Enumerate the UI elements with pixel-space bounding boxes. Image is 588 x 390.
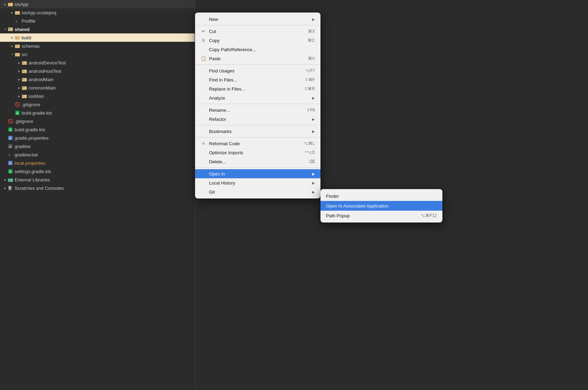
new-icon xyxy=(201,16,206,22)
submenu-label: Path Popup xyxy=(326,213,350,218)
bat-icon: ≡ xyxy=(8,152,13,157)
chevron-right-icon xyxy=(3,2,8,7)
item-label: androidMain xyxy=(29,77,54,82)
submenu-arrow-icon: ▶ xyxy=(312,117,315,121)
tree-item-iosapp[interactable]: iosApp xyxy=(0,0,195,8)
tree-item-gitignore-build[interactable]: .gitignore xyxy=(0,100,195,109)
item-label: .gitignore xyxy=(22,102,40,107)
tree-item-gradlew[interactable]: sh gradlew xyxy=(0,142,195,150)
tree-item-local-properties[interactable]: G local.properties xyxy=(0,159,195,167)
item-label: gradlew xyxy=(15,144,31,149)
menu-item-cut[interactable]: ✂ Cut ⌘X xyxy=(195,27,320,36)
submenu-label: Open In Associated Application xyxy=(326,203,388,209)
submenu-item-finder[interactable]: Finder xyxy=(320,191,442,201)
menu-item-reformat-code[interactable]: ≡ Reformat Code ⌥⌘L xyxy=(195,139,320,148)
menu-label: Open In xyxy=(209,171,225,177)
tree-item-schemas[interactable]: schemas xyxy=(0,42,195,50)
tree-item-androidmain[interactable]: androidMain xyxy=(0,75,195,84)
tree-item-buildgradle-root[interactable]: G build.gradle.kts xyxy=(0,125,195,134)
chevron-right-icon xyxy=(10,35,15,40)
menu-label: Copy xyxy=(209,38,219,43)
file-tree: iosApp iosApp.xcodeproj ≡ Podfile shared… xyxy=(0,0,195,390)
item-label: gradle.properties xyxy=(15,135,49,141)
menu-item-analyze[interactable]: Analyze ▶ xyxy=(195,93,320,102)
item-label: androidDeviceTest xyxy=(29,60,66,65)
menu-item-copy[interactable]: ⎘ Copy ⌘C xyxy=(195,36,320,45)
tree-item-buildgradle-build[interactable]: G build.gradle.kts xyxy=(0,109,195,117)
svg-rect-15 xyxy=(23,70,24,71)
menu-item-bookmarks[interactable]: Bookmarks ▶ xyxy=(195,127,320,136)
shortcut-label: ⇧⌘F xyxy=(305,77,315,82)
tree-item-gradle-properties[interactable]: G gradle.properties xyxy=(0,134,195,142)
item-label: Podfile xyxy=(22,18,36,24)
item-label: androidHostTest xyxy=(29,69,61,74)
tree-item-androidhosttest[interactable]: androidHostTest xyxy=(0,67,195,75)
context-menu-area: New ▶ ✂ Cut ⌘X ⎘ Copy ⌘C Copy Path/Re xyxy=(195,13,320,198)
tree-item-commonmain[interactable]: commonMain xyxy=(0,84,195,92)
tree-item-gitignore-root[interactable]: .gitignore xyxy=(0,117,195,125)
tree-item-gradlew-bat[interactable]: ≡ gradlew.bat xyxy=(0,150,195,159)
tree-item-settings-gradle[interactable]: G settings.gradle.kts xyxy=(0,167,195,176)
paste-icon: 📋 xyxy=(201,56,206,61)
empty-icon xyxy=(201,86,206,92)
item-label: shared xyxy=(15,27,30,32)
shortcut-label: ⌫ xyxy=(309,159,315,164)
tree-item-src[interactable]: src xyxy=(0,50,195,58)
shortcut-label: ⌘V xyxy=(308,56,315,61)
chevron-right-icon xyxy=(17,77,22,82)
menu-item-refactor[interactable]: Refactor ▶ xyxy=(195,115,320,124)
tree-item-shared[interactable]: shared xyxy=(0,25,195,33)
chevron-right-icon xyxy=(10,10,15,15)
svg-rect-9 xyxy=(15,45,17,45)
empty-icon xyxy=(201,128,206,134)
open-in-submenu: Finder Open In Associated Application Pa… xyxy=(320,189,442,223)
menu-item-copy-path[interactable]: Copy Path/Reference... xyxy=(195,45,320,54)
tree-item-iosmain[interactable]: iosMain xyxy=(0,92,195,100)
svg-rect-17 xyxy=(23,79,24,80)
menu-item-optimize-imports[interactable]: Optimize Imports ^⌥O xyxy=(195,148,320,157)
empty-icon xyxy=(201,116,206,122)
tree-item-androiddevicetest[interactable]: androidDeviceTest xyxy=(0,58,195,67)
svg-rect-13 xyxy=(23,62,24,63)
submenu-arrow-icon: ▶ xyxy=(312,190,315,194)
svg-text:≡: ≡ xyxy=(15,19,17,23)
svg-rect-21 xyxy=(23,95,24,96)
gradle-icon: G xyxy=(15,110,20,116)
menu-item-git[interactable]: Git ▶ xyxy=(195,187,320,196)
gradle-icon: G xyxy=(8,169,13,174)
tree-item-xcodeproj[interactable]: iosApp.xcodeproj xyxy=(0,8,195,17)
shortcut-label: ⇧⌘R xyxy=(304,86,315,91)
folder-icon xyxy=(15,43,20,49)
chevron-right-icon xyxy=(17,94,22,99)
submenu-item-path-popup[interactable]: Path Popup ⌥⌘F12 xyxy=(320,211,442,220)
menu-item-new[interactable]: New ▶ xyxy=(195,15,320,24)
menu-item-find-usages[interactable]: Find Usages ⌥F7 xyxy=(195,66,320,75)
submenu-item-open-in-associated[interactable]: Open In Associated Application xyxy=(320,201,442,211)
chevron-right-icon xyxy=(3,186,8,190)
copy-icon: ⎘ xyxy=(201,38,206,43)
menu-label: Find Usages xyxy=(209,68,234,73)
menu-item-rename[interactable]: Rename... ⇧F6 xyxy=(195,106,320,115)
shortcut-label: ⌥F7 xyxy=(305,68,315,73)
chevron-right-icon xyxy=(3,177,8,182)
folder-icon xyxy=(15,35,20,40)
menu-item-local-history[interactable]: Local History ▶ xyxy=(195,178,320,187)
submenu-arrow-icon: ▶ xyxy=(312,96,315,100)
tree-item-scratches[interactable]: Scratches and Consoles xyxy=(0,184,195,192)
menu-item-replace-in-files[interactable]: Replace in Files... ⇧⌘R xyxy=(195,84,320,93)
source-folder-icon xyxy=(22,93,27,99)
menu-item-find-in-files[interactable]: Find in Files... ⇧⌘F xyxy=(195,75,320,84)
tree-item-external-libraries[interactable]: lib External Libraries xyxy=(0,176,195,184)
item-label: commonMain xyxy=(29,85,56,91)
shortcut-label: ⌘C xyxy=(308,38,315,43)
source-folder-icon xyxy=(22,85,27,91)
cut-icon: ✂ xyxy=(201,29,206,34)
menu-item-paste[interactable]: 📋 Paste ⌘V xyxy=(195,54,320,63)
menu-separator xyxy=(195,64,320,65)
chevron-down-icon xyxy=(3,27,8,32)
tree-item-build[interactable]: build xyxy=(0,33,195,42)
menu-item-open-in[interactable]: Open In ▶ xyxy=(195,169,320,178)
menu-item-delete[interactable]: Delete... ⌫ xyxy=(195,157,320,166)
tree-item-podfile[interactable]: ≡ Podfile xyxy=(0,17,195,25)
item-label: iosApp xyxy=(15,2,29,7)
